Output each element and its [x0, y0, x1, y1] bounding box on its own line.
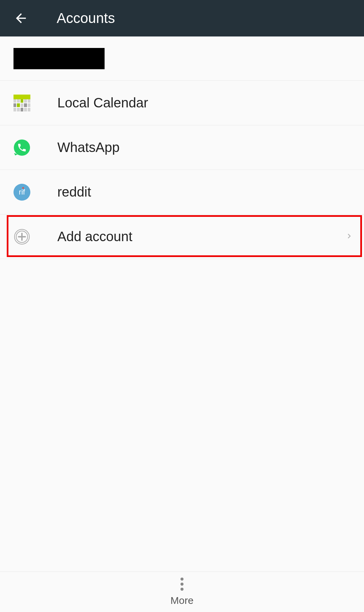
account-label: WhatsApp [57, 140, 120, 155]
redacted-block [13, 48, 105, 69]
rif-icon-text: rif [19, 188, 25, 197]
more-menu-button[interactable] [180, 578, 184, 591]
back-button[interactable] [13, 10, 29, 26]
account-label: Local Calendar [57, 95, 148, 110]
arrow-left-icon [13, 11, 28, 26]
more-label: More [170, 595, 193, 606]
bottom-bar: More [0, 571, 364, 612]
whatsapp-icon [13, 139, 30, 156]
chevron-right-icon [344, 231, 354, 242]
add-account-button[interactable]: Add account [0, 214, 364, 259]
dot-icon [180, 588, 184, 591]
accounts-list: Local Calendar WhatsApp rif reddit [0, 36, 364, 259]
account-item-reddit[interactable]: rif reddit [0, 170, 364, 214]
rif-icon: rif [13, 184, 30, 201]
account-item-local-calendar[interactable]: Local Calendar [0, 81, 364, 125]
plus-circle-icon [13, 228, 30, 245]
account-item-whatsapp[interactable]: WhatsApp [0, 125, 364, 170]
account-label: reddit [57, 184, 91, 200]
dot-icon [180, 578, 184, 581]
dot-icon [180, 583, 184, 586]
page-title: Accounts [57, 10, 115, 26]
app-header: Accounts [0, 0, 364, 36]
add-account-label: Add account [57, 229, 132, 244]
calendar-icon [13, 95, 30, 111]
redacted-account-row[interactable] [0, 36, 364, 81]
